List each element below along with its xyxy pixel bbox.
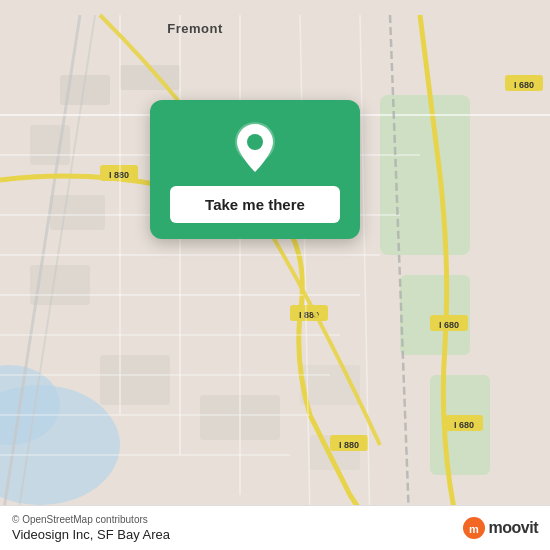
location-name: Videosign Inc, SF Bay Area <box>12 527 170 542</box>
svg-text:I 680: I 680 <box>454 420 474 430</box>
map-container: I 880 I 880 I 880 I 680 I 680 I 680 <box>0 0 550 550</box>
pin-icon-wrapper <box>227 120 283 176</box>
svg-rect-8 <box>50 195 105 230</box>
svg-text:I 680: I 680 <box>439 320 459 330</box>
svg-rect-7 <box>30 125 70 165</box>
osm-attribution: © OpenStreetMap contributors <box>12 514 170 525</box>
svg-rect-2 <box>380 95 470 255</box>
take-me-there-button[interactable]: Take me there <box>170 186 340 223</box>
svg-text:Fremont: Fremont <box>167 21 223 36</box>
moovit-m-icon: m <box>463 517 485 539</box>
svg-point-45 <box>247 134 263 150</box>
bottom-bar: © OpenStreetMap contributors Videosign I… <box>0 505 550 550</box>
svg-text:I 880: I 880 <box>339 440 359 450</box>
moovit-text: moovit <box>489 519 538 537</box>
location-pin-icon <box>231 120 279 176</box>
location-card: Take me there <box>150 100 360 239</box>
map-svg: I 880 I 880 I 880 I 680 I 680 I 680 <box>0 0 550 550</box>
moovit-logo: m moovit <box>463 517 538 539</box>
svg-text:I 880: I 880 <box>109 170 129 180</box>
svg-text:I 680: I 680 <box>514 80 534 90</box>
svg-rect-10 <box>100 355 170 405</box>
bottom-left: © OpenStreetMap contributors Videosign I… <box>12 514 170 542</box>
svg-text:m: m <box>469 523 479 535</box>
svg-line-41 <box>360 15 370 535</box>
